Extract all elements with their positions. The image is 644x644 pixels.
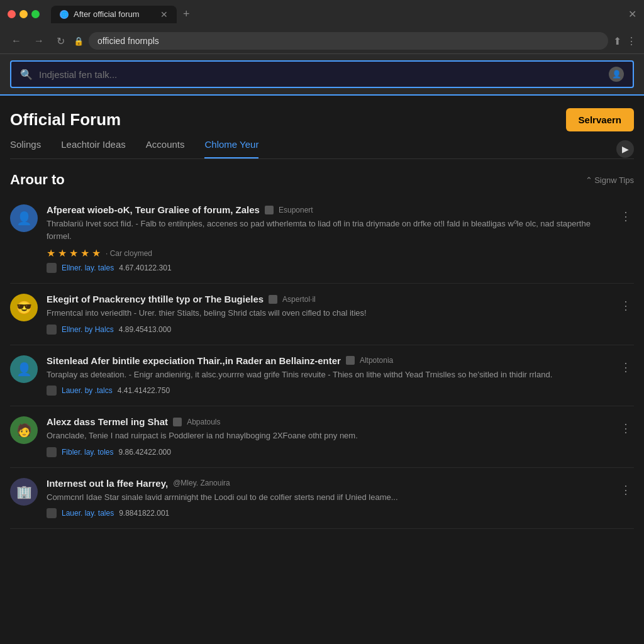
post-content: Ekegirt of Pnackrency thtille typ or The… bbox=[47, 294, 609, 335]
meta-link[interactable]: Lauer. by .talcs bbox=[62, 386, 113, 395]
star-5: ★ bbox=[92, 247, 101, 259]
post-description: Commcnrl Idae Star sinale lavid arrninig… bbox=[47, 491, 609, 504]
badge-icon bbox=[265, 206, 274, 214]
reload-button[interactable]: ↻ bbox=[53, 33, 69, 50]
maximize-traffic-light[interactable] bbox=[31, 10, 40, 18]
user-search-avatar[interactable]: 👤 bbox=[609, 67, 624, 82]
user-avatar-button[interactable]: ▶ bbox=[616, 140, 634, 158]
search-icon: 🔍 bbox=[20, 69, 33, 80]
address-bar[interactable] bbox=[89, 32, 608, 50]
post-more-menu[interactable]: ⋮ bbox=[618, 296, 634, 315]
list-item: 🏢 Internest out la ffee Harrey, @Mley. Z… bbox=[10, 468, 634, 530]
traffic-lights bbox=[8, 10, 40, 18]
tab-favicon: 🌐 bbox=[60, 10, 69, 19]
post-title-row: Afpereat wioeb-oK, Teur Graliee of forum… bbox=[47, 204, 609, 215]
badge-icon bbox=[346, 356, 355, 365]
post-more-menu[interactable]: ⋮ bbox=[618, 358, 634, 377]
meta-count: 4.89.45413.000 bbox=[119, 325, 171, 334]
post-meta: Lauer. by .talcs 4.41.41422.750 bbox=[47, 386, 609, 396]
search-input[interactable] bbox=[39, 69, 602, 80]
post-badge: Altpotonia bbox=[360, 356, 393, 365]
post-more-menu[interactable]: ⋮ bbox=[618, 480, 634, 499]
meta-count: 4.67.40122.301 bbox=[119, 264, 171, 272]
post-title: Ekegirt of Pnackrency thtille typ or The… bbox=[47, 294, 264, 304]
active-tab[interactable]: 🌐 After official forum ✕ bbox=[51, 6, 177, 23]
nav-tabs: Solings Leachtoir Ideas Accounts Chlome … bbox=[10, 139, 634, 159]
tab-chlome[interactable]: Chlome Yeur bbox=[204, 139, 258, 158]
back-button[interactable]: ← bbox=[8, 33, 25, 49]
browser-chrome: 🌐 After official forum ✕ + ✕ ← → ↻ 🔒 ⬆ ⋮ bbox=[0, 0, 644, 54]
search-bar-container: 🔍 👤 bbox=[0, 54, 644, 96]
post-meta: Fibler. lay. toles 9.86.42422.000 bbox=[47, 447, 609, 457]
menu-icon[interactable]: ⋮ bbox=[626, 35, 636, 47]
badge-icon bbox=[269, 295, 277, 304]
star-4: ★ bbox=[80, 247, 89, 259]
meta-count: 4.41.41422.750 bbox=[118, 386, 170, 395]
tab-title: After official forum bbox=[74, 9, 140, 19]
avatar: 👤 bbox=[10, 204, 38, 232]
post-title: Sitenlead Afer bintile expeciation Thair… bbox=[47, 355, 341, 366]
nav-actions: ⬆ ⋮ bbox=[613, 35, 636, 47]
avatar: 👤 bbox=[10, 355, 38, 383]
new-tab-button[interactable]: + bbox=[177, 5, 196, 23]
meta-link[interactable]: Ellner. lay. tales bbox=[62, 264, 114, 272]
post-content: Afpereat wioeb-oK, Teur Graliee of forum… bbox=[47, 204, 609, 273]
meta-link[interactable]: Ellner. by Halcs bbox=[62, 325, 114, 334]
post-title: Afpereat wioeb-oK, Teur Graliee of forum… bbox=[47, 204, 260, 215]
avatar: 🧑 bbox=[10, 416, 38, 444]
post-meta: Ellner. by Halcs 4.89.45413.000 bbox=[47, 325, 609, 335]
signup-button[interactable]: Selrvaern bbox=[566, 108, 634, 131]
tab-solings[interactable]: Solings bbox=[10, 139, 41, 158]
meta-link[interactable]: Lauer. lay. tales bbox=[62, 509, 114, 518]
post-badge: @Mley. Zanouira bbox=[173, 479, 230, 487]
tab-bar: 🌐 After official forum ✕ + bbox=[51, 5, 623, 23]
post-content: Sitenlead Afer bintile expeciation Thair… bbox=[47, 355, 609, 396]
list-item: 😎 Ekegirt of Pnackrency thtille typ or T… bbox=[10, 284, 634, 345]
content-header: Arour to ⌃ Signw Tips bbox=[10, 159, 634, 194]
post-description: Oranclade, Tenie I nad ruirpact is Poddl… bbox=[47, 430, 609, 442]
post-meta: Ellner. lay. tales 4.67.40122.301 bbox=[47, 263, 609, 273]
post-stars: ★ ★ ★ ★ ★ · Car cloymed bbox=[47, 247, 609, 259]
lock-icon: 🔒 bbox=[74, 36, 84, 46]
avatar: 😎 bbox=[10, 294, 38, 321]
sign-tips[interactable]: ⌃ Signw Tips bbox=[586, 175, 634, 185]
nav-bar: ← → ↻ 🔒 ⬆ ⋮ bbox=[0, 28, 644, 53]
list-item: 👤 Afpereat wioeb-oK, Teur Graliee of for… bbox=[10, 194, 634, 284]
post-title-row: Alexz dass Termel ing Shat Abpatouls bbox=[47, 416, 609, 427]
tab-close-button[interactable]: ✕ bbox=[160, 9, 168, 19]
tab-accounts[interactable]: Accounts bbox=[146, 139, 185, 158]
minimize-traffic-light[interactable] bbox=[19, 10, 28, 18]
post-title-row: Internest out la ffee Harrey, @Mley. Zan… bbox=[47, 478, 609, 489]
meta-icon bbox=[47, 386, 57, 396]
page-content: Official Forum Selrvaern Solings Leachto… bbox=[0, 96, 644, 529]
list-item: 👤 Sitenlead Afer bintile expeciation Tha… bbox=[10, 345, 634, 407]
post-description: Thrablariü lrvet soct fiid. - Falb to en… bbox=[47, 218, 609, 242]
post-title: Internest out la ffee Harrey, bbox=[47, 478, 168, 489]
star-2: ★ bbox=[58, 247, 67, 259]
post-meta: Lauer. lay. tales 9.8841822.001 bbox=[47, 508, 609, 518]
post-more-menu[interactable]: ⋮ bbox=[618, 419, 634, 438]
badge-icon bbox=[173, 418, 182, 426]
meta-count: 9.8841822.001 bbox=[119, 509, 169, 518]
window-close-icon[interactable]: ✕ bbox=[628, 8, 636, 20]
post-title: Alexz dass Termel ing Shat bbox=[47, 416, 168, 427]
star-1: ★ bbox=[47, 247, 55, 259]
close-traffic-light[interactable] bbox=[8, 10, 16, 18]
share-icon[interactable]: ⬆ bbox=[613, 35, 621, 47]
post-content: Alexz dass Termel ing Shat Abpatouls Ora… bbox=[47, 416, 609, 457]
avatar: 🏢 bbox=[10, 478, 38, 506]
title-bar: 🌐 After official forum ✕ + ✕ bbox=[0, 0, 644, 28]
search-bar: 🔍 👤 bbox=[10, 60, 634, 88]
post-badge: Esuponert bbox=[279, 206, 313, 214]
post-description: Frmentcal into veriedlth - Urer. thier S… bbox=[47, 307, 609, 319]
forum-title: Official Forum bbox=[10, 110, 121, 130]
post-more-menu[interactable]: ⋮ bbox=[618, 207, 634, 226]
meta-icon bbox=[47, 508, 57, 518]
post-badge: Abpatouls bbox=[187, 418, 220, 426]
forward-button[interactable]: → bbox=[30, 33, 48, 49]
meta-icon bbox=[47, 325, 57, 335]
post-content: Internest out la ffee Harrey, @Mley. Zan… bbox=[47, 478, 609, 519]
tab-leachtoir[interactable]: Leachtoir Ideas bbox=[61, 139, 126, 158]
meta-link[interactable]: Fibler. lay. toles bbox=[62, 448, 113, 457]
forum-header: Official Forum Selrvaern bbox=[10, 96, 634, 139]
